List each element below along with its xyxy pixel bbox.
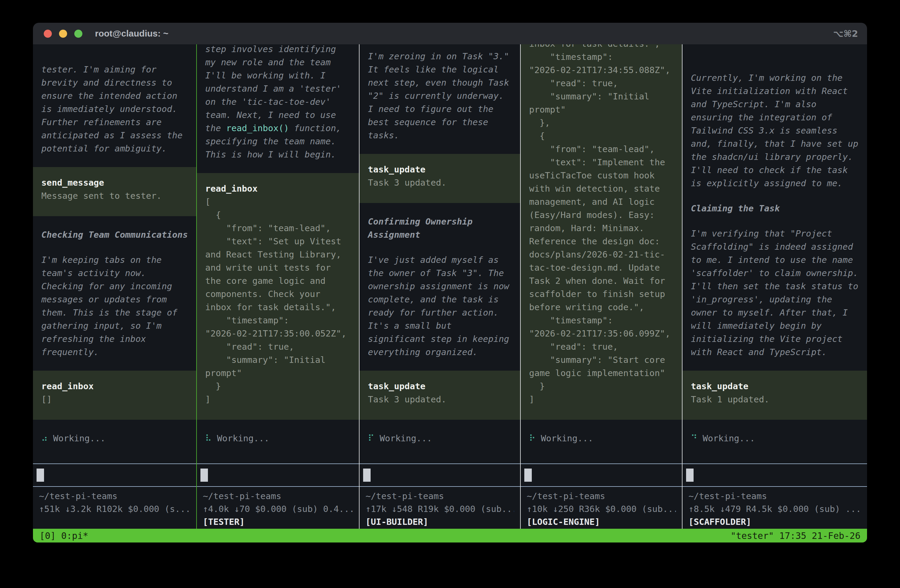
- tmux-pane-logic-engine[interactable]: inbox for task details.", "timestamp": "…: [521, 44, 682, 529]
- tmux-status-right: "tester" 17:35 21-Feb-26: [731, 531, 860, 541]
- token-usage: ↑17k ↓548 R19k $0.000 (sub...: [366, 503, 514, 515]
- text-cursor: [37, 469, 44, 482]
- zoom-button[interactable]: [74, 29, 82, 38]
- thinking-text: I've just added myself as the owner of T…: [360, 253, 520, 359]
- working-label: Working...: [703, 433, 755, 443]
- tool-result: []: [41, 393, 188, 406]
- tmux-session-window[interactable]: [0] 0:pi*: [40, 531, 88, 541]
- tool-name: task_update: [368, 163, 512, 176]
- token-usage: ↑4.0k ↓70 $0.000 (sub) 0.4...: [203, 503, 353, 515]
- working-directory: ~/test-pi-teams: [366, 490, 514, 503]
- tmux-pane-team-lead[interactable]: tester. I'm aiming for brevity and direc…: [33, 44, 196, 529]
- pane-status: ~/test-pi-teams↑51k ↓3.2k R102k $0.000 (…: [33, 487, 196, 529]
- terminal-input[interactable]: [33, 463, 196, 487]
- terminal-input[interactable]: [197, 463, 359, 487]
- tool-call-block: task_updateTask 3 updated.: [360, 371, 520, 420]
- pane-status: ~/test-pi-teams↑8.5k ↓479 R4.5k $0.000 (…: [683, 487, 867, 529]
- text-cursor: [363, 469, 371, 482]
- terminal-input[interactable]: [683, 463, 867, 487]
- thinking-segment: I've just added myself as the owner of T…: [368, 255, 509, 357]
- spinner-icon: ⠴: [41, 433, 48, 443]
- thinking-segment: step involves identifying my new role an…: [205, 44, 341, 133]
- working-directory: ~/test-pi-teams: [39, 490, 190, 503]
- spinner-icon: ⠗: [529, 433, 535, 443]
- tool-call-block: read_inbox[]: [33, 371, 196, 420]
- working-status: ⠏Working...: [360, 432, 520, 445]
- working-directory: ~/test-pi-teams: [527, 490, 676, 503]
- working-label: Working...: [380, 433, 432, 443]
- working-directory: ~/test-pi-teams: [203, 490, 353, 503]
- agent-output-team-lead: tester. I'm aiming for brevity and direc…: [33, 44, 196, 445]
- tool-name: send_message: [41, 176, 188, 189]
- token-usage: ↑8.5k ↓479 R4.5k $0.000 (sub) ...: [689, 503, 861, 515]
- terminal-input[interactable]: [360, 463, 520, 487]
- thinking-text: step involves identifying my new role an…: [197, 44, 359, 161]
- tool-result: Message sent to tester.: [41, 189, 188, 203]
- window-shortcut-badge: ⌥⌘2: [833, 23, 858, 44]
- tool-result: Task 3 updated.: [368, 393, 512, 406]
- window-controls: [33, 29, 82, 38]
- tool-call-block: inbox for task details.", "timestamp": "…: [521, 44, 682, 420]
- tmux-status-bar: [0] 0:pi* "tester" 17:35 21-Feb-26: [33, 529, 867, 543]
- thinking-text: I'm keeping tabs on the team's activity …: [33, 253, 196, 359]
- thinking-segment: tester. I'm aiming for brevity and direc…: [41, 64, 182, 153]
- tool-name: task_update: [691, 380, 859, 393]
- spinner-icon: ⠏: [368, 433, 374, 443]
- agent-output-tester: step involves identifying my new role an…: [197, 44, 359, 445]
- minimize-button[interactable]: [59, 29, 67, 38]
- terminal-input[interactable]: [521, 463, 682, 487]
- tool-name: read_inbox: [41, 380, 188, 393]
- tool-call-block: task_updateTask 1 updated.: [683, 371, 867, 420]
- thinking-heading: Checking Team Communications: [33, 228, 196, 241]
- inline-code: read_inbox(): [226, 123, 289, 133]
- thinking-text: Currently, I'm working on the Vite initi…: [683, 71, 867, 190]
- thinking-segment: Currently, I'm working on the Vite initi…: [691, 73, 858, 188]
- working-status: ⠗Working...: [521, 432, 682, 445]
- agent-output-logic-engine: inbox for task details.", "timestamp": "…: [521, 44, 682, 445]
- tmux-pane-scaffolder[interactable]: Currently, I'm working on the Vite initi…: [683, 44, 867, 529]
- token-usage: ↑10k ↓250 R36k $0.000 (sub...: [527, 503, 676, 515]
- token-usage: ↑51k ↓3.2k R102k $0.000 (s...: [39, 503, 190, 515]
- working-directory: ~/test-pi-teams: [689, 490, 861, 503]
- tool-call-block: read_inbox[ { "from": "team-lead", "text…: [197, 173, 359, 420]
- thinking-heading: Confirming Ownership Assignment: [360, 215, 520, 241]
- pane-status: ~/test-pi-teams↑17k ↓548 R19k $0.000 (su…: [360, 487, 520, 529]
- tmux-panes: tester. I'm aiming for brevity and direc…: [33, 44, 867, 529]
- tool-result: Task 1 updated.: [691, 393, 859, 406]
- window-titlebar[interactable]: root@claudius: ~ ⌥⌘2: [33, 23, 867, 44]
- spinner-icon: ⠧: [205, 433, 211, 443]
- thinking-text: I'm verifying that "Project Scaffolding"…: [683, 227, 867, 359]
- spinner-icon: ⠙: [691, 433, 697, 443]
- text-cursor: [686, 469, 694, 482]
- text-cursor: [524, 469, 532, 482]
- agent-name-badge: [LOGIC-ENGINE]: [527, 515, 676, 528]
- agent-output-ui-builder: I'm zeroing in on Task "3." It feels lik…: [360, 44, 520, 445]
- working-status: ⠧Working...: [197, 432, 359, 445]
- window-title: root@claudius: ~: [95, 28, 168, 39]
- thinking-segment: I'm zeroing in on Task "3." It feels lik…: [368, 51, 509, 141]
- working-label: Working...: [541, 433, 593, 443]
- working-label: Working...: [217, 433, 269, 443]
- agent-output-scaffolder: Currently, I'm working on the Vite initi…: [683, 44, 867, 445]
- thinking-segment: I'm keeping tabs on the team's activity …: [41, 255, 177, 357]
- working-status: ⠙Working...: [683, 432, 867, 445]
- thinking-text: I'm zeroing in on Task "3." It feels lik…: [360, 50, 520, 142]
- tool-name: read_inbox: [205, 182, 351, 195]
- tmux-pane-ui-builder[interactable]: I'm zeroing in on Task "3." It feels lik…: [360, 44, 520, 529]
- pane-status: ~/test-pi-teams↑10k ↓250 R36k $0.000 (su…: [521, 487, 682, 529]
- close-button[interactable]: [44, 29, 52, 38]
- working-status: ⠴Working...: [33, 432, 196, 445]
- pane-status: ~/test-pi-teams↑4.0k ↓70 $0.000 (sub) 0.…: [197, 487, 359, 529]
- tool-call-block: send_messageMessage sent to tester.: [33, 167, 196, 216]
- tool-call-block: task_updateTask 3 updated.: [360, 154, 520, 203]
- tool-result: Task 3 updated.: [368, 176, 512, 189]
- agent-name-badge: [SCAFFOLDER]: [689, 515, 861, 528]
- thinking-segment: I'm verifying that "Project Scaffolding"…: [691, 228, 858, 357]
- agent-name-badge: [UI-BUILDER]: [366, 515, 514, 528]
- tmux-pane-tester[interactable]: step involves identifying my new role an…: [197, 44, 359, 529]
- tool-result: inbox for task details.", "timestamp": "…: [529, 44, 673, 406]
- tool-name: task_update: [368, 380, 512, 393]
- thinking-heading: Claiming the Task: [683, 202, 867, 215]
- tool-result: [ { "from": "team-lead", "text": "Set up…: [205, 195, 351, 406]
- agent-name-badge: [TESTER]: [203, 515, 353, 528]
